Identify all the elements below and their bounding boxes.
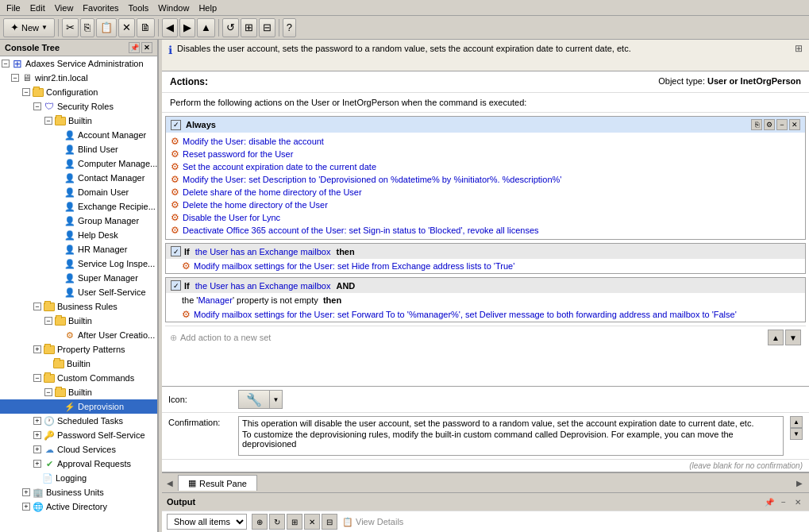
tree-scheduled-tasks[interactable]: + 🕐 Scheduled Tasks (0, 414, 157, 428)
tree-custom-commands[interactable]: − Custom Commands (0, 371, 157, 385)
tree-expand-cloud[interactable]: + (33, 445, 41, 453)
tree-help-desk[interactable]: 👤 Help Desk (0, 228, 157, 242)
conf-scroll-up[interactable]: ▲ (791, 417, 802, 428)
action-link-2[interactable]: Set the account expiration date to the c… (183, 162, 376, 172)
toolbar-import[interactable]: ⊟ (259, 18, 275, 37)
new-button[interactable]: ✦ New ▼ (3, 18, 55, 37)
filter-btn-3[interactable]: ⊞ (287, 514, 302, 530)
always-ctrl-settings[interactable]: ⚙ (764, 119, 775, 130)
cond-action-link-2[interactable]: Modify mailbox settings for the User: se… (194, 310, 737, 319)
action-link-0[interactable]: Modify the User: disable the account (183, 137, 324, 146)
toolbar-export[interactable]: ⊞ (241, 18, 257, 37)
confirmation-text-box[interactable]: This operation will disable the user acc… (238, 416, 784, 456)
tree-root[interactable]: − ⊞ Adaxes Service Administration (0, 56, 157, 71)
tree-logging[interactable]: 📄 Logging (0, 471, 157, 485)
conf-scroll-down[interactable]: ▼ (791, 428, 802, 439)
filter-btn-5[interactable]: ⊟ (322, 514, 337, 530)
tree-password-ss[interactable]: + 🔑 Password Self-Service (0, 428, 157, 442)
actions-content[interactable]: ✓ Always ⎘ ⚙ − ✕ ⚙ Modify th (162, 113, 809, 386)
tree-approval-requests[interactable]: + ✔ Approval Requests (0, 457, 157, 471)
tree-configuration[interactable]: − Configuration (0, 85, 157, 99)
result-pane-tab[interactable]: ▦ Result Pane (178, 475, 257, 491)
menu-view[interactable]: View (50, 2, 79, 14)
tree-group-manager[interactable]: 👤 Group Manager (0, 214, 157, 228)
action-link-1[interactable]: Reset password for the User (183, 149, 293, 159)
icon-picker-dropdown[interactable]: ▼ (270, 390, 283, 409)
tree-expand-bizrules[interactable]: − (33, 303, 41, 310)
tree-expand-builtin-cc[interactable]: − (44, 388, 52, 396)
always-checkbox[interactable]: ✓ (171, 120, 181, 130)
tree-expand-bizunits[interactable]: + (22, 488, 30, 496)
result-pane-left-arrow[interactable]: ◀ (162, 473, 178, 492)
tree-expand-sched[interactable]: + (33, 417, 41, 425)
action-link-7[interactable]: Deactivate Office 365 account of the Use… (183, 226, 539, 235)
move-up-btn[interactable]: ▲ (768, 330, 784, 345)
output-pin[interactable]: 📌 (763, 495, 776, 508)
tree-expand-config[interactable]: − (22, 88, 30, 96)
menu-window[interactable]: Window (153, 2, 194, 14)
tree-cloud-services[interactable]: + ☁ Cloud Services (0, 442, 157, 457)
tree-blind-user[interactable]: 👤 Blind User (0, 142, 157, 156)
condition-link-2a[interactable]: the User has an Exchange mailbox (195, 281, 331, 291)
tree-deprovision[interactable]: ⚡ Deprovision (0, 399, 157, 414)
condition-link-1[interactable]: the User has an Exchange mailbox (195, 247, 331, 256)
toolbar-paste[interactable]: 📋 (96, 18, 117, 37)
action-link-3[interactable]: Modify the User: set Description to 'Dep… (183, 175, 561, 184)
toolbar-help[interactable]: ? (283, 18, 296, 37)
tree-expand-builtin-biz[interactable]: − (44, 317, 52, 325)
output-minimize[interactable]: − (777, 495, 790, 508)
info-maximize-icon[interactable]: ⊞ (795, 43, 803, 54)
tree-expand-root[interactable]: − (2, 60, 10, 67)
tree-property-patterns[interactable]: + Property Patterns (0, 342, 157, 357)
tree-expand-props[interactable]: + (33, 345, 41, 353)
tree-expand-server[interactable]: − (11, 74, 19, 82)
add-action-link[interactable]: ⊕ Add action to a new set (170, 333, 271, 343)
menu-favorites[interactable]: Favorites (78, 2, 123, 14)
condition-sub-link-2[interactable]: Manager (198, 295, 232, 305)
cond-action-link-1[interactable]: Modify mailbox settings for the User: se… (194, 261, 514, 271)
tree-service-log[interactable]: 👤 Service Log Inspe... (0, 256, 157, 271)
toolbar-properties[interactable]: 🗎 (137, 18, 155, 37)
filter-select[interactable]: Show all items (167, 514, 247, 530)
result-pane-right-arrow[interactable]: ▶ (793, 476, 806, 489)
toolbar-delete[interactable]: ✕ (118, 18, 135, 37)
tree-user-self-service[interactable]: 👤 User Self-Service (0, 285, 157, 299)
menu-edit[interactable]: Edit (25, 2, 50, 14)
always-ctrl-minimize[interactable]: − (776, 119, 788, 130)
move-down-btn[interactable]: ▼ (785, 330, 801, 345)
toolbar-copy[interactable]: ⎘ (80, 18, 94, 37)
toolbar-refresh[interactable]: ↺ (222, 18, 239, 37)
tree-security-roles[interactable]: − 🛡 Security Roles (0, 99, 157, 114)
tree-builtin-biz[interactable]: − Builtin (0, 314, 157, 328)
tree-business-units[interactable]: + 🏢 Business Units (0, 485, 157, 499)
console-tree-close[interactable]: ✕ (141, 42, 152, 53)
tree-builtin-security[interactable]: − Builtin (0, 114, 157, 128)
tree-builtin-pp[interactable]: Builtin (0, 357, 157, 371)
action-link-4[interactable]: Delete share of the home directory of th… (183, 187, 362, 197)
tree-active-directory[interactable]: + 🌐 Active Directory (0, 499, 157, 514)
toolbar-forward[interactable]: ▶ (179, 18, 195, 37)
output-close[interactable]: ✕ (792, 495, 804, 508)
tree-account-manager[interactable]: 👤 Account Manager (0, 128, 157, 142)
filter-btn-4[interactable]: ✕ (304, 514, 320, 530)
tree-expand-approval[interactable]: + (33, 460, 41, 468)
filter-btn-2[interactable]: ↻ (269, 514, 285, 530)
tree-hr-manager[interactable]: 👤 HR Manager (0, 242, 157, 256)
tree-contact-manager[interactable]: 👤 Contact Manager (0, 171, 157, 185)
tree-expand-security[interactable]: − (33, 102, 41, 110)
tree-expand-builtin-sec[interactable]: − (44, 117, 52, 125)
tree-computer-manage[interactable]: 👤 Computer Manage... (0, 156, 157, 171)
action-link-6[interactable]: Disable the User for Lync (183, 213, 280, 222)
tree-expand-custom[interactable]: − (33, 374, 41, 382)
condition-checkbox-1[interactable]: ✓ (171, 246, 181, 256)
tree-server[interactable]: − 🖥 winr2.tin.local (0, 71, 157, 85)
menu-file[interactable]: File (2, 2, 25, 14)
console-tree-pin[interactable]: 📌 (129, 42, 140, 53)
tree-builtin-cc[interactable]: − Builtin (0, 385, 157, 399)
always-ctrl-close[interactable]: ✕ (789, 119, 800, 130)
tree-super-manager[interactable]: 👤 Super Manager (0, 271, 157, 285)
toolbar-back[interactable]: ◀ (162, 18, 178, 37)
tree-exchange-recipie[interactable]: 👤 Exchange Recipie... (0, 199, 157, 214)
icon-picker-button[interactable]: 🔧 (238, 390, 270, 409)
view-details-btn[interactable]: 📋 View Details (342, 517, 403, 527)
